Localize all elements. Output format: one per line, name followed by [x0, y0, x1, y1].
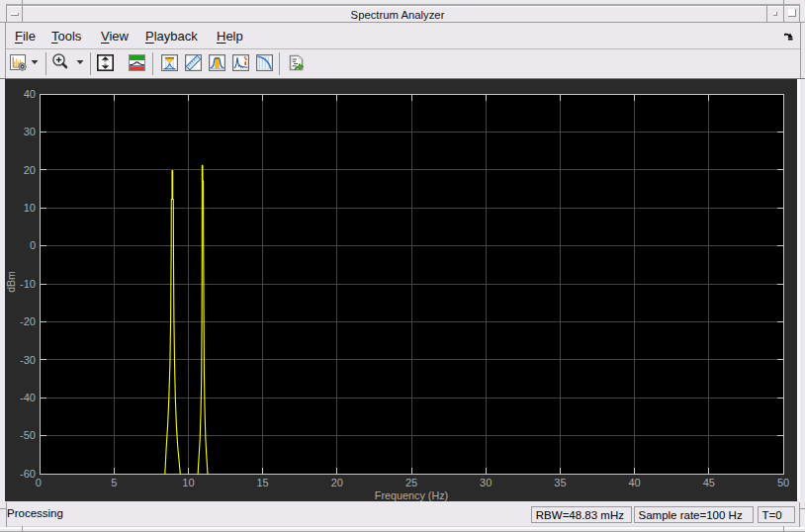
svg-text:20: 20	[24, 164, 36, 176]
svg-text:40: 40	[628, 477, 640, 488]
svg-text:20: 20	[331, 477, 343, 488]
svg-text:dBm: dBm	[5, 271, 17, 293]
svg-text:-20: -20	[20, 315, 36, 327]
svg-text:15: 15	[256, 477, 268, 488]
svg-text:10: 10	[182, 477, 194, 488]
svg-text:25: 25	[405, 477, 417, 488]
svg-text:-10: -10	[20, 278, 36, 290]
svg-text:0: 0	[30, 239, 36, 251]
svg-text:5: 5	[111, 477, 117, 488]
svg-text:50: 50	[777, 477, 789, 488]
svg-text:30: 30	[480, 477, 492, 488]
svg-text:35: 35	[554, 477, 566, 488]
svg-text:-40: -40	[20, 392, 36, 403]
svg-text:10: 10	[24, 202, 36, 214]
svg-text:40: 40	[24, 88, 36, 100]
svg-text:0: 0	[36, 477, 42, 488]
svg-text:Frequency (Hz): Frequency (Hz)	[375, 489, 448, 501]
svg-text:30: 30	[24, 126, 36, 137]
svg-text:-30: -30	[20, 354, 36, 366]
svg-text:-60: -60	[20, 468, 36, 480]
svg-text:-50: -50	[20, 429, 36, 441]
svg-text:45: 45	[703, 477, 715, 488]
